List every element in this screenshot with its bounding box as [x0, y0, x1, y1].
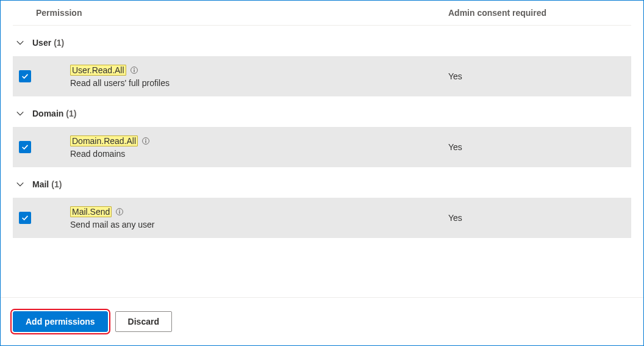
permission-row: Mail.Send Send mail as any user Yes — [13, 198, 631, 238]
permission-name: Domain.Read.All — [70, 135, 138, 146]
svg-point-1 — [134, 68, 135, 70]
chevron-down-icon — [15, 109, 25, 118]
permission-row: Domain.Read.All Read domains Yes — [13, 127, 631, 167]
group-header-user[interactable]: User (1) — [13, 26, 631, 56]
info-icon[interactable] — [141, 137, 150, 145]
group-count: (1) — [54, 38, 64, 48]
checkbox[interactable] — [19, 212, 31, 224]
group-header-domain[interactable]: Domain (1) — [13, 96, 631, 127]
permission-consent: Yes — [448, 213, 631, 223]
permission-description: Send mail as any user — [70, 220, 431, 229]
info-icon[interactable] — [130, 66, 138, 74]
header-permission: Permission — [36, 8, 448, 18]
group-label: Domain — [32, 109, 63, 118]
checkbox[interactable] — [19, 70, 31, 82]
footer-actions: Add permissions Discard — [1, 297, 643, 345]
svg-point-4 — [145, 139, 146, 140]
permission-consent: Yes — [448, 142, 631, 152]
chevron-down-icon — [15, 38, 25, 48]
permission-name: Mail.Send — [70, 206, 112, 217]
permission-row: User.Read.All Read all users' full profi… — [13, 56, 631, 96]
discard-button[interactable]: Discard — [115, 311, 172, 332]
group-count: (1) — [66, 109, 76, 118]
svg-rect-2 — [134, 70, 134, 72]
permission-name: User.Read.All — [70, 65, 126, 76]
add-permissions-button[interactable]: Add permissions — [13, 311, 108, 332]
group-count: (1) — [51, 179, 62, 189]
svg-rect-8 — [120, 211, 120, 214]
permission-description: Read domains — [70, 149, 431, 159]
group-header-mail[interactable]: Mail (1) — [13, 167, 631, 198]
chevron-down-icon — [15, 179, 25, 189]
permission-consent: Yes — [448, 71, 631, 81]
permission-description: Read all users' full profiles — [70, 78, 431, 88]
svg-rect-5 — [145, 140, 146, 143]
table-header: Permission Admin consent required — [13, 1, 631, 26]
group-label: Mail — [32, 179, 49, 189]
header-consent: Admin consent required — [448, 8, 631, 18]
group-label: User — [32, 38, 51, 48]
svg-point-7 — [119, 210, 120, 211]
info-icon[interactable] — [115, 207, 124, 216]
checkbox[interactable] — [19, 141, 31, 153]
